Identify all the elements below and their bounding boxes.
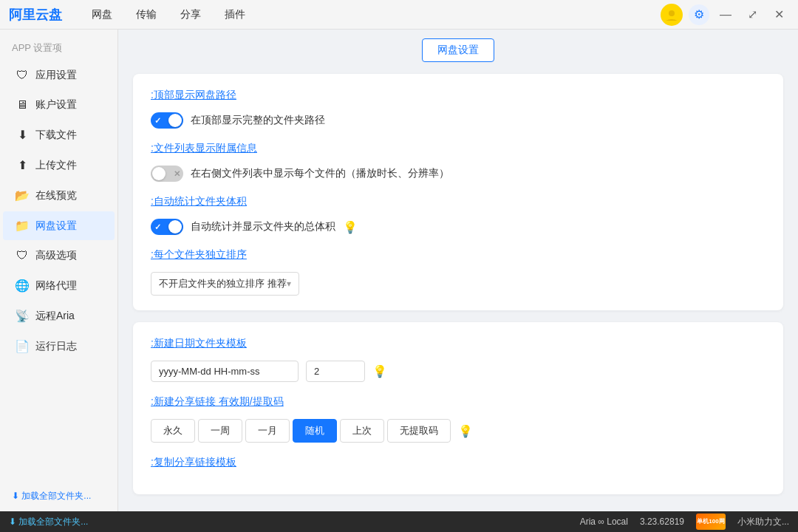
sidebar-label: 网盘设置 [35,219,77,233]
tab-disk-settings[interactable]: 网盘设置 [422,38,494,62]
toggle-knob [168,114,182,127]
dropdown-value: 不开启文件夹的独立排序 推荐 [159,277,287,290]
btn-week[interactable]: 一周 [198,419,242,443]
nav-share[interactable]: 分享 [180,5,201,24]
sidebar-item-account[interactable]: 🖥 账户设置 [3,91,115,119]
x-icon: ✕ [174,169,180,179]
btn-no-code[interactable]: 无提取码 [387,419,451,443]
btn-permanent[interactable]: 永久 [151,419,195,443]
close-btn[interactable]: ✕ [768,4,789,25]
titlebar-nav: 网盘 传输 分享 插件 [92,5,661,24]
sidebar-label: 网络代理 [35,279,77,293]
sidebar-label: 上传文件 [35,159,77,172]
date-template-number[interactable] [306,361,365,382]
section-share-link[interactable]: :新建分享链接 有效期/提取码 [151,395,765,409]
aria-status: Aria ∞ Local [580,516,628,527]
toggle-file-list[interactable]: ✕ [151,166,183,182]
maximize-btn[interactable]: ⤢ [742,4,763,25]
nav-disk[interactable]: 网盘 [92,5,112,24]
settings-card-2: :新建日期文件夹模板 💡 :新建分享链接 有效期/提取码 永久 一周 一月 随机… [133,322,783,494]
content-scroll[interactable]: :顶部显示网盘路径 ✓ 在顶部显示完整的文件夹路径 :文件列表显示附属信息 ✕ … [118,62,798,511]
monitor-icon: 🖥 [15,98,30,112]
sidebar-label: 在线预览 [35,189,77,202]
download-icon: ⬇ [15,128,30,142]
section-auto-calc[interactable]: :自动统计文件夹体积 [151,195,765,208]
row-share-link: 永久 一周 一月 随机 上次 无提取码 💡 [151,419,765,443]
settings-btn[interactable]: ⚙ [689,4,709,25]
app-logo: 阿里云盘 [9,6,62,24]
network-icon: 🌐 [15,279,30,293]
load-all-text: ⬇ 加载全部文件夹... [12,490,91,502]
sidebar-item-preview[interactable]: 📂 在线预览 [3,181,115,210]
disk-icon: 📁 [15,219,30,233]
minimize-btn[interactable]: — [715,4,736,25]
sidebar-item-app-settings[interactable]: 🛡 应用设置 [3,61,115,89]
sidebar-item-network[interactable]: 🌐 网络代理 [3,271,115,300]
version-text: 3.23.62819 [640,516,684,527]
sidebar: APP 设置项 🛡 应用设置 🖥 账户设置 ⬇ 下载文件 ⬆ 上传文件 📂 在线… [0,30,118,511]
check-icon: ✓ [154,222,161,232]
nav-plugin[interactable]: 插件 [225,5,245,24]
hint-icon[interactable]: 💡 [372,364,387,378]
sidebar-label: 运行日志 [35,340,77,353]
main-layout: APP 设置项 🛡 应用设置 🖥 账户设置 ⬇ 下载文件 ⬆ 上传文件 📂 在线… [0,30,798,511]
content-area: 网盘设置 :顶部显示网盘路径 ✓ 在顶部显示完整的文件夹路径 :文件列表显示附属… [118,30,798,511]
row-top-path: ✓ 在顶部显示完整的文件夹路径 [151,112,765,129]
folder-icon: 📂 [15,188,30,202]
toggle-top-path[interactable]: ✓ [151,112,183,129]
hint-icon[interactable]: 💡 [458,424,473,438]
row-date-template: 💡 [151,361,765,382]
sidebar-item-log[interactable]: 📄 运行日志 [3,332,115,361]
section-file-list[interactable]: :文件列表显示附属信息 [151,142,765,155]
sidebar-item-advanced[interactable]: 🛡 高级选项 [3,242,115,270]
titlebar-actions: ⚙ — ⤢ ✕ [661,4,789,26]
sidebar-label: 应用设置 [35,69,77,82]
section-copy-share[interactable]: :复制分享链接模板 [151,456,765,469]
upload-icon: ⬆ [15,158,30,172]
nav-transfer[interactable]: 传输 [136,5,157,24]
svg-point-1 [669,10,675,16]
statusbar-load-text[interactable]: ⬇ 加载全部文件夹... [9,516,568,528]
section-folder-sort[interactable]: :每个文件夹独立排序 [151,248,765,262]
btn-last[interactable]: 上次 [340,419,384,443]
sidebar-label: 下载文件 [35,129,77,142]
aria-icon: 📡 [15,309,30,323]
sidebar-label: 远程Aria [35,310,75,323]
sidebar-title: APP 设置项 [0,30,117,61]
share-link-btn-group: 永久 一周 一月 随机 上次 无提取码 [151,419,451,443]
label-file-list: 在右侧文件列表中显示每个文件的（播放时长、分辨率） [191,167,449,180]
log-icon: 📄 [15,339,30,353]
sidebar-item-aria[interactable]: 📡 远程Aria [3,301,115,330]
sidebar-label: 高级选项 [35,249,77,262]
advanced-icon: 🛡 [15,249,30,262]
row-auto-calc: ✓ 自动统计并显示文件夹的总体积 💡 [151,219,765,235]
section-top-path[interactable]: :顶部显示网盘路径 [151,89,765,102]
logo-text: 单机100网 [697,519,724,525]
shield-icon: 🛡 [15,69,30,82]
row-folder-sort: 不开启文件夹的独立排序 推荐 ▾ [151,272,765,296]
extra-text: 小米助力文... [737,516,789,528]
check-icon: ✓ [154,116,161,126]
statusbar: ⬇ 加载全部文件夹... Aria ∞ Local 3.23.62819 单机1… [0,511,798,532]
btn-random[interactable]: 随机 [293,419,337,443]
content-tabs: 网盘设置 [118,30,798,62]
section-date-template[interactable]: :新建日期文件夹模板 [151,337,765,350]
hint-icon[interactable]: 💡 [343,220,358,234]
chevron-down-icon: ▾ [287,279,291,289]
sidebar-item-disk-settings[interactable]: 📁 网盘设置 [3,211,115,240]
btn-month[interactable]: 一月 [245,419,290,443]
toggle-auto-calc[interactable]: ✓ [151,219,183,235]
settings-card-1: :顶部显示网盘路径 ✓ 在顶部显示完整的文件夹路径 :文件列表显示附属信息 ✕ … [133,74,783,310]
sidebar-label: 账户设置 [35,98,77,112]
folder-sort-dropdown[interactable]: 不开启文件夹的独立排序 推荐 ▾ [151,272,299,296]
titlebar: 阿里云盘 网盘 传输 分享 插件 ⚙ — ⤢ ✕ [0,0,798,30]
sidebar-footer[interactable]: ⬇ 加载全部文件夹... [0,481,117,511]
sidebar-item-upload[interactable]: ⬆ 上传文件 [3,151,115,180]
label-auto-calc: 自动统计并显示文件夹的总体积 [191,220,335,233]
sidebar-item-download[interactable]: ⬇ 下载文件 [3,120,115,149]
statusbar-right: Aria ∞ Local 3.23.62819 单机100网 小米助力文... [580,514,789,530]
date-template-input[interactable] [151,361,299,382]
row-file-list: ✕ 在右侧文件列表中显示每个文件的（播放时长、分辨率） [151,166,765,182]
toggle-knob [152,167,166,180]
avatar[interactable] [661,4,683,26]
